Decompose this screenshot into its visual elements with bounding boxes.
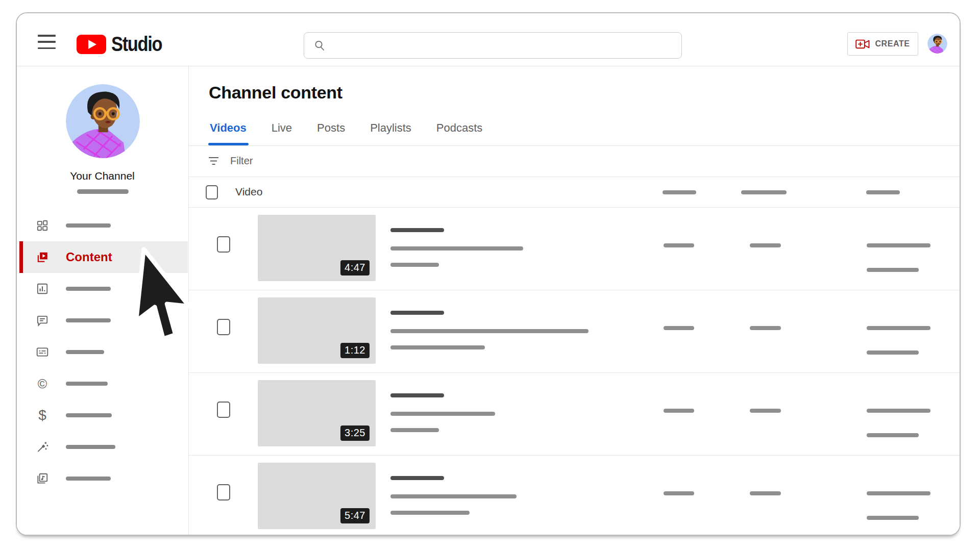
account-avatar[interactable] bbox=[927, 34, 947, 54]
video-thumbnail[interactable]: 5:47 bbox=[258, 463, 376, 529]
sidebar-item-audio-library[interactable] bbox=[17, 463, 188, 494]
table-header: Video bbox=[189, 177, 960, 208]
sidebar-nav: Content bbox=[17, 210, 188, 494]
tab-podcasts[interactable]: Podcasts bbox=[436, 121, 483, 135]
channel-name: Your Channel bbox=[17, 170, 188, 182]
nav-label-placeholder bbox=[66, 445, 115, 449]
nav-label-placeholder bbox=[66, 413, 112, 417]
video-title-placeholder bbox=[390, 228, 444, 232]
search-icon bbox=[313, 39, 326, 52]
analytics-icon bbox=[36, 282, 49, 295]
top-bar: Studio CREATE bbox=[17, 13, 960, 66]
filter-label: Filter bbox=[230, 155, 253, 167]
sidebar-item-content[interactable]: Content bbox=[17, 241, 188, 273]
table-row[interactable]: 5:47 bbox=[189, 456, 960, 535]
sidebar-item-dashboard[interactable] bbox=[17, 210, 188, 241]
video-description-placeholder bbox=[390, 345, 485, 349]
row-checkbox[interactable] bbox=[217, 402, 230, 418]
sidebar-item-label: Content bbox=[66, 250, 112, 264]
restrictions-cell-placeholder bbox=[750, 409, 781, 413]
duration-badge: 5:47 bbox=[340, 508, 370, 523]
nav-label-placeholder bbox=[66, 318, 111, 322]
sidebar-item-comments[interactable] bbox=[17, 305, 188, 336]
row-checkbox[interactable] bbox=[217, 236, 230, 253]
duration-badge: 3:25 bbox=[340, 425, 370, 441]
sidebar-item-analytics[interactable] bbox=[17, 273, 188, 305]
video-thumbnail[interactable]: 4:47 bbox=[258, 215, 376, 281]
page-title: Channel content bbox=[209, 83, 342, 103]
video-description-placeholder bbox=[390, 412, 495, 416]
content-icon bbox=[36, 251, 49, 264]
restrictions-cell-placeholder bbox=[750, 243, 781, 247]
nav-label-placeholder bbox=[66, 382, 108, 386]
video-title-placeholder bbox=[390, 476, 444, 480]
table-row[interactable]: 1:12 bbox=[189, 290, 960, 373]
dashboard-icon bbox=[36, 219, 49, 232]
video-thumbnail[interactable]: 3:25 bbox=[258, 380, 376, 446]
visibility-cell-placeholder bbox=[664, 409, 694, 413]
sidebar-item-customization[interactable] bbox=[17, 431, 188, 463]
main-content: Channel content Videos Live Posts Playli… bbox=[189, 66, 960, 535]
video-column-header: Video bbox=[235, 186, 262, 198]
tab-posts[interactable]: Posts bbox=[317, 121, 345, 135]
sidebar: Your Channel bbox=[17, 66, 189, 535]
channel-avatar[interactable] bbox=[66, 84, 140, 158]
search-input[interactable] bbox=[304, 32, 682, 59]
column-header-placeholder bbox=[663, 190, 696, 194]
app-window: Studio CREATE Your Channel bbox=[16, 12, 961, 536]
column-header-placeholder bbox=[866, 190, 900, 194]
copyright-icon: © bbox=[36, 377, 49, 390]
duration-badge: 1:12 bbox=[340, 343, 370, 358]
create-video-icon bbox=[855, 39, 870, 49]
video-thumbnail[interactable]: 1:12 bbox=[258, 297, 376, 364]
date-cell-placeholder bbox=[867, 350, 919, 355]
brand-name: Studio bbox=[111, 33, 162, 56]
row-checkbox[interactable] bbox=[217, 319, 230, 335]
youtube-logo-icon bbox=[76, 34, 107, 55]
video-description-placeholder bbox=[390, 511, 470, 515]
row-checkbox[interactable] bbox=[217, 484, 230, 500]
video-description-placeholder bbox=[390, 263, 439, 267]
tab-playlists[interactable]: Playlists bbox=[370, 121, 411, 135]
visibility-cell-placeholder bbox=[664, 243, 694, 247]
video-title-placeholder bbox=[390, 311, 444, 315]
comments-icon bbox=[36, 314, 49, 327]
date-cell-placeholder bbox=[867, 516, 919, 520]
brand-logo[interactable]: Studio bbox=[76, 33, 170, 56]
tab-live[interactable]: Live bbox=[272, 121, 292, 135]
subtitles-icon bbox=[36, 345, 49, 359]
nav-label-placeholder bbox=[66, 287, 111, 291]
restrictions-cell-placeholder bbox=[750, 326, 781, 330]
create-button-label: CREATE bbox=[875, 39, 910, 48]
sidebar-item-copyright[interactable]: © bbox=[17, 368, 188, 399]
video-description-placeholder bbox=[390, 329, 589, 333]
monetization-icon: $ bbox=[36, 409, 49, 422]
customization-icon bbox=[36, 440, 49, 454]
column-header-placeholder bbox=[741, 190, 787, 194]
nav-label-placeholder bbox=[66, 223, 111, 228]
date-cell-placeholder bbox=[867, 268, 919, 272]
sidebar-item-monetization[interactable]: $ bbox=[17, 399, 188, 431]
date-cell-placeholder bbox=[867, 433, 919, 437]
filter-icon bbox=[208, 156, 220, 166]
video-title-placeholder bbox=[390, 393, 444, 397]
tab-videos[interactable]: Videos bbox=[210, 121, 247, 135]
table-row[interactable]: 3:25 bbox=[189, 373, 960, 456]
sidebar-item-subtitles[interactable] bbox=[17, 336, 188, 368]
hamburger-menu-icon[interactable] bbox=[38, 35, 56, 49]
content-tabs: Videos Live Posts Playlists Podcasts bbox=[210, 121, 482, 135]
table-row[interactable]: 4:47 bbox=[189, 208, 960, 290]
visibility-cell-placeholder bbox=[664, 491, 694, 495]
video-description-placeholder bbox=[390, 246, 523, 251]
nav-label-placeholder bbox=[66, 477, 111, 481]
date-cell-placeholder bbox=[867, 326, 930, 330]
duration-badge: 4:47 bbox=[340, 260, 370, 276]
visibility-cell-placeholder bbox=[664, 326, 694, 330]
date-cell-placeholder bbox=[867, 243, 930, 247]
video-list: 4:47 1:12 3:25 bbox=[189, 208, 960, 535]
create-button[interactable]: CREATE bbox=[847, 32, 918, 56]
select-all-checkbox[interactable] bbox=[206, 185, 218, 199]
filter-bar[interactable]: Filter bbox=[189, 145, 960, 177]
restrictions-cell-placeholder bbox=[750, 491, 781, 495]
audio-library-icon bbox=[36, 472, 49, 485]
